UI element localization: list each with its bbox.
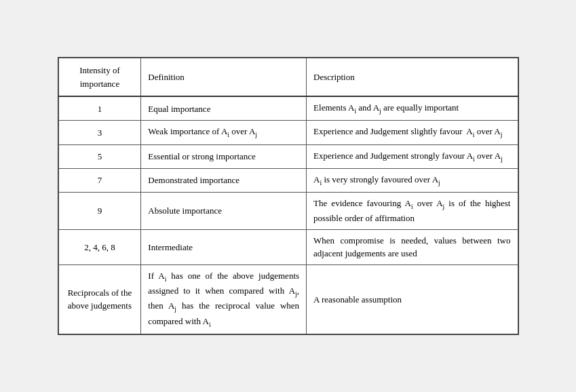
description-cell: Ai is very strongly favoured over Aj: [307, 168, 518, 192]
header-intensity: Intensity of importance: [58, 58, 141, 97]
description-cell: A reasonable assumption: [307, 264, 518, 334]
table-row: 2, 4, 6, 8 Intermediate When compromise …: [58, 229, 518, 264]
definition-cell: Essential or strong importance: [141, 144, 307, 168]
intensity-cell: Reciprocals of the above judgements: [58, 264, 141, 334]
intensity-cell: 1: [58, 96, 141, 121]
header-definition: Definition: [141, 58, 307, 97]
definition-cell: Weak importance of Ai over Aj: [141, 121, 307, 144]
definition-cell: Absolute importance: [141, 193, 307, 230]
table-row: 1 Equal importance Elements Ai and Aj ar…: [58, 96, 518, 121]
definition-cell: Demonstrated importance: [141, 168, 307, 192]
table-header-row: Intensity of importance Definition Descr…: [58, 58, 518, 97]
table-row: 5 Essential or strong importance Experie…: [58, 144, 518, 168]
intensity-cell: 7: [58, 168, 141, 192]
definition-cell: If Ai has one of the above judgements as…: [141, 264, 307, 334]
definition-cell: Intermediate: [141, 229, 307, 264]
intensity-cell: 5: [58, 144, 141, 168]
table-row: 9 Absolute importance The evidence favou…: [58, 193, 518, 230]
intensity-cell: 2, 4, 6, 8: [58, 229, 141, 264]
description-cell: Experience and Judgement slightly favour…: [307, 121, 518, 144]
description-cell: Experience and Judgement strongly favour…: [307, 144, 518, 168]
description-cell: Elements Ai and Aj are equally important: [307, 96, 518, 121]
table-row: Reciprocals of the above judgements If A…: [58, 264, 518, 334]
intensity-cell: 9: [58, 193, 141, 230]
table-row: 3 Weak importance of Ai over Aj Experien…: [58, 121, 518, 144]
intensity-cell: 3: [58, 121, 141, 144]
ahp-table-wrapper: Intensity of importance Definition Descr…: [58, 57, 519, 334]
ahp-table: Intensity of importance Definition Descr…: [58, 58, 518, 334]
table-row: 7 Demonstrated importance Ai is very str…: [58, 168, 518, 192]
definition-cell: Equal importance: [141, 96, 307, 121]
description-cell: When compromise is needed, values betwee…: [307, 229, 518, 264]
description-cell: The evidence favouring Ai over Aj is of …: [307, 193, 518, 230]
header-description: Description: [307, 58, 518, 97]
